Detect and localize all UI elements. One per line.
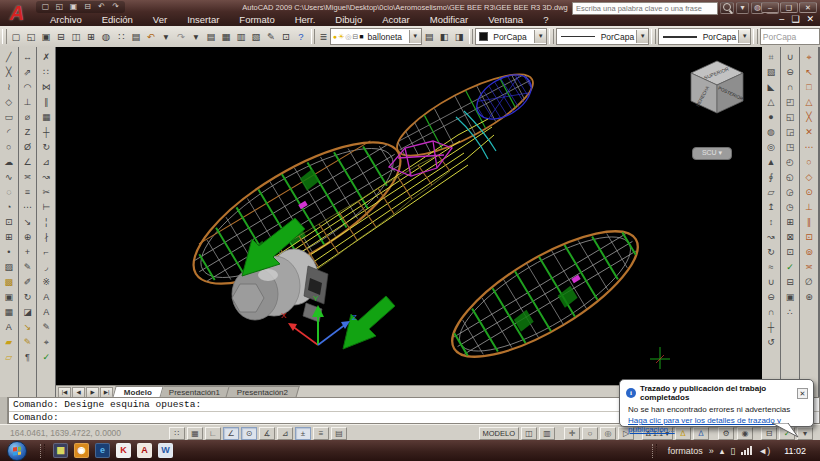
make-object-layer-current-button[interactable]: ◧ — [437, 28, 452, 45]
construction-line-button[interactable]: ╳ — [1, 65, 17, 80]
extrude-faces-button[interactable]: ◰ — [782, 95, 798, 110]
layer-states-button[interactable]: ▤ — [422, 28, 437, 45]
snap-nearest-button[interactable]: ≍ — [801, 260, 817, 275]
app-restore-button[interactable]: ❑ — [780, 2, 798, 13]
viewcube[interactable]: SUPERIOR DERECHA POSTERIOR — [685, 59, 749, 119]
quick-view-drawings-button[interactable]: ▥ — [539, 427, 555, 440]
antivirus-app-icon[interactable]: K — [116, 443, 131, 458]
menu-ver[interactable]: Ver — [143, 13, 177, 26]
gradient-button[interactable]: ▩ — [1, 275, 17, 290]
cylinder-button[interactable]: ◍ — [763, 125, 779, 140]
taskbar-chevron[interactable]: » — [709, 446, 714, 456]
baseline-dimension-button[interactable]: ≡ — [20, 185, 36, 200]
dwf-button[interactable]: ◍ — [99, 28, 114, 45]
chevron-down-icon[interactable]: ▼ — [409, 30, 421, 43]
layer-previous-button[interactable]: ◨ — [452, 28, 467, 45]
rotate-faces-button[interactable]: ◴ — [782, 155, 798, 170]
explode-button[interactable]: ※ — [38, 275, 54, 290]
snap-apparent-intersection-button[interactable]: ✕ — [801, 125, 817, 140]
snap-node-button[interactable]: ⊚ — [801, 245, 817, 260]
erase-button[interactable]: ✗ — [38, 50, 54, 65]
hatch-button[interactable]: ▨ — [1, 260, 17, 275]
toolbar-grip[interactable] — [651, 29, 656, 44]
match-properties-button[interactable]: ¶ — [20, 350, 36, 365]
steering-wheel-button[interactable]: ◎ — [600, 427, 616, 440]
point-button[interactable]: • — [1, 245, 17, 260]
planar-surface-button[interactable]: ▱ — [763, 185, 779, 200]
menu-dibujo[interactable]: Dibujo — [325, 13, 372, 26]
snap-parallel-button[interactable]: ∥ — [801, 215, 817, 230]
find-text-button[interactable]: ⌖ — [38, 335, 54, 350]
designcenter-button[interactable]: ▦ — [219, 28, 234, 45]
toolbar-grip[interactable] — [311, 29, 316, 44]
linear-dimension-button[interactable]: ↔ — [20, 50, 36, 65]
chevron-down-icon[interactable]: ▼ — [738, 30, 750, 43]
se-intersect-button[interactable]: ∩ — [782, 80, 798, 95]
paste-clip-button[interactable]: ▤ — [129, 28, 144, 45]
clean-button[interactable]: ✓ — [782, 260, 798, 275]
snap-tangent-button[interactable]: ⊙ — [801, 185, 817, 200]
arc-length-dimension-button[interactable]: ◠ — [20, 80, 36, 95]
radius-dimension-button[interactable]: ⌀ — [20, 110, 36, 125]
line-button[interactable]: ╱ — [1, 50, 17, 65]
chevron-down-icon[interactable]: ▼ — [534, 30, 546, 43]
subtract-button[interactable]: ⊖ — [763, 290, 779, 305]
color-faces-button[interactable]: ◷ — [782, 200, 798, 215]
lwt-toggle[interactable]: ≡ — [313, 427, 329, 440]
insert-block-button[interactable]: ⊡ — [1, 215, 17, 230]
snap-endpoint-button[interactable]: □ — [801, 80, 817, 95]
menu-archivo[interactable]: Archivo — [40, 13, 92, 26]
chevron-down-icon[interactable]: ▼ — [636, 30, 648, 43]
ruled-surface-button[interactable]: ▱ — [1, 350, 17, 365]
menu-browser-button[interactable]: A — [2, 0, 32, 26]
array-button[interactable]: ▦ — [38, 110, 54, 125]
fillet-button[interactable]: ◞ — [38, 260, 54, 275]
pan-button[interactable]: ✛ — [564, 427, 580, 440]
command-window-grip[interactable] — [0, 397, 8, 424]
taskbar-clock[interactable]: 11:02 — [784, 446, 806, 456]
mirror-button[interactable]: ⋈ — [38, 80, 54, 95]
2d-solid-button[interactable]: ▰ — [1, 335, 17, 350]
internet-explorer-icon[interactable]: e — [95, 443, 110, 458]
dimension-style-button[interactable]: ◪ — [20, 305, 36, 320]
ellipse-button[interactable]: ◌ — [1, 185, 17, 200]
diameter-dimension-button[interactable]: Ø — [20, 140, 36, 155]
toolbar-grip[interactable] — [469, 29, 474, 44]
spline-button[interactable]: ∿ — [1, 170, 17, 185]
app-shortcut-icon[interactable]: ▦ — [53, 443, 68, 458]
quick-leader-button[interactable]: ↘ — [20, 215, 36, 230]
menu-modificar[interactable]: Modificar — [420, 13, 479, 26]
extrude-button[interactable]: ↥ — [763, 200, 779, 215]
dyn-toggle[interactable]: ± — [295, 427, 311, 440]
tool-palettes-button[interactable]: ▥ — [234, 28, 249, 45]
model-space-button[interactable]: MODELO — [479, 427, 520, 440]
toolbar-grip[interactable] — [2, 29, 7, 44]
separate-button[interactable]: ⊟ — [782, 275, 798, 290]
search-button[interactable] — [720, 2, 734, 14]
quick-dimension-button[interactable]: ≍ — [20, 170, 36, 185]
multiline-text-button[interactable]: A — [1, 320, 17, 335]
doc-restore-button[interactable]: ❑ — [791, 14, 799, 25]
redo-menu-button[interactable]: ▾ — [189, 28, 204, 45]
arc-button[interactable]: ◜ — [1, 125, 17, 140]
make-block-button[interactable]: ⊞ — [1, 230, 17, 245]
snap-center-button[interactable]: ○ — [801, 155, 817, 170]
rotate-button[interactable]: ↻ — [38, 140, 54, 155]
layer-dropdown[interactable]: ●☀◎⊟■ balloneta ▼ — [330, 28, 422, 45]
scale-button[interactable]: ⊿ — [38, 155, 54, 170]
delete-faces-button[interactable]: ◳ — [782, 140, 798, 155]
redo-button[interactable]: ↷ — [174, 28, 189, 45]
dimension-edit-button[interactable]: ✎ — [20, 260, 36, 275]
scu-menu-button[interactable]: SCU ▾ — [692, 147, 732, 160]
intersect-button[interactable]: ∩ — [763, 305, 779, 320]
trim-button[interactable]: ✂ — [38, 185, 54, 200]
toolbar-grip[interactable] — [549, 29, 554, 44]
revision-cloud-button[interactable]: ☁ — [1, 155, 17, 170]
3d-move-button[interactable]: ┼ — [763, 320, 779, 335]
osnap-settings-button[interactable]: ⊛ — [801, 290, 817, 305]
coordinates-readout[interactable]: 164.0461, 1639.4722, 0.0000 — [0, 428, 168, 438]
markup-button[interactable]: ✎ — [264, 28, 279, 45]
center-mark-button[interactable]: + — [20, 245, 36, 260]
polygon-button[interactable]: ◇ — [1, 95, 17, 110]
chamfer-button[interactable]: ⌐ — [38, 245, 54, 260]
